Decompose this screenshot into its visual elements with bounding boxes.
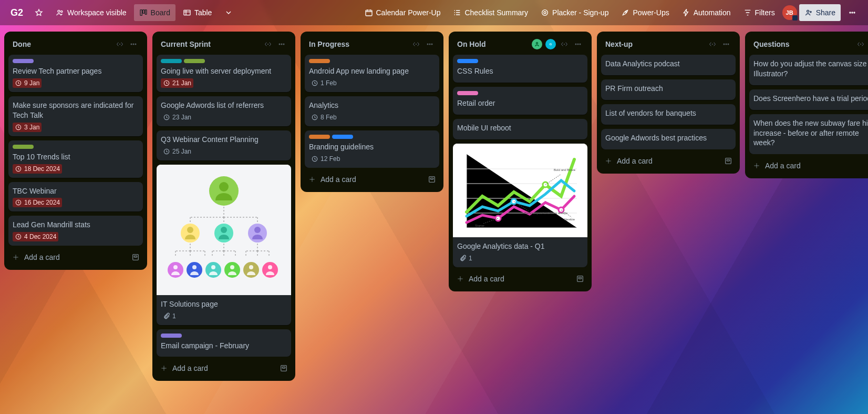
card-label[interactable]	[332, 135, 353, 139]
add-card-button[interactable]: Add a card	[749, 157, 868, 174]
table-view-button[interactable]: Table	[178, 4, 217, 21]
card[interactable]: Does Screenhero have a trial period?	[749, 89, 868, 110]
card-label[interactable]	[13, 59, 34, 63]
share-button[interactable]: Share	[799, 4, 841, 21]
card[interactable]: TBC Webinar16 Dec 2024	[8, 182, 143, 212]
due-date-badge[interactable]: 12 Feb	[309, 154, 342, 164]
due-date-badge[interactable]: 9 Jan	[13, 78, 42, 88]
list-menu-button[interactable]	[127, 38, 140, 51]
list-title[interactable]: Next-up	[605, 40, 704, 48]
checklist-summary-button[interactable]: Checklist Summary	[448, 4, 533, 21]
svg-point-44	[262, 262, 278, 278]
card[interactable]: Q3 Webinar Content Planning25 Jan	[157, 130, 291, 160]
card[interactable]: PR Firm outreach	[601, 79, 736, 100]
list-title[interactable]: Done	[13, 40, 111, 48]
card[interactable]: Going live with server deployment21 Jan	[157, 55, 291, 92]
card-title: Google Adwords best practices	[605, 133, 731, 143]
card-template-button[interactable]	[131, 253, 140, 261]
list-title[interactable]: Current Sprint	[161, 40, 260, 48]
due-date-badge[interactable]: 3 Jan	[13, 123, 42, 132]
add-card-button[interactable]: Add a card	[157, 360, 291, 377]
due-date-badge[interactable]: 21 Jan	[161, 78, 193, 88]
add-card-button[interactable]: Add a card	[453, 270, 587, 287]
list-menu-button[interactable]	[423, 38, 436, 51]
list-cards: How do you adjust the canvas size in Ill…	[749, 55, 868, 154]
card-label[interactable]	[184, 59, 205, 63]
list-title[interactable]: On Hold	[457, 40, 530, 48]
card-label[interactable]	[161, 334, 182, 338]
due-date-badge[interactable]: 8 Feb	[309, 113, 339, 122]
card[interactable]: How do you adjust the canvas size in Ill…	[749, 55, 868, 85]
card[interactable]: Lead Gen Mandrill stats4 Dec 2024	[8, 216, 143, 246]
card[interactable]: Email campaign - February	[157, 329, 291, 357]
list-title[interactable]: Questions	[753, 40, 852, 48]
card[interactable]: Retail order	[453, 87, 587, 115]
card[interactable]: Google Adwords best practices	[601, 129, 736, 149]
workspace-visible-button[interactable]: Workspace visible	[50, 4, 132, 21]
collapse-list-button[interactable]	[558, 38, 571, 51]
clock-icon	[15, 165, 22, 173]
card[interactable]: Review Tech partner pages9 Jan	[8, 55, 143, 92]
due-date-badge[interactable]: 4 Dec 2024	[13, 232, 58, 241]
card[interactable]: Bold and Brave Balance your ambitions al…	[453, 144, 587, 267]
card-label[interactable]	[161, 59, 182, 63]
extension-chip[interactable]	[532, 39, 542, 49]
collapse-list-button[interactable]	[854, 38, 867, 51]
list-menu-button[interactable]	[275, 38, 288, 51]
svg-point-47	[211, 265, 215, 269]
card[interactable]: When does the new subway fare hike incre…	[749, 114, 868, 155]
add-card-button[interactable]: Add a card	[8, 249, 143, 266]
placker-button[interactable]: Placker - Sign-up	[535, 4, 614, 21]
card-label[interactable]	[13, 145, 34, 149]
add-card-button[interactable]: Add a card	[601, 153, 736, 169]
powerups-button[interactable]: Power-Ups	[616, 4, 674, 21]
card[interactable]: Top 10 Trends list18 Dec 2024	[8, 140, 143, 178]
card[interactable]: Data Analytics podcast	[601, 55, 736, 75]
extension-chip[interactable]: G	[545, 39, 556, 49]
board-view-button[interactable]: Board	[134, 4, 175, 21]
automation-button[interactable]: Automation	[677, 4, 736, 21]
collapse-list-button[interactable]	[706, 38, 719, 51]
card-template-button[interactable]	[280, 364, 288, 372]
card-template-button[interactable]	[428, 175, 436, 184]
plus-icon	[752, 161, 761, 170]
filters-button[interactable]: Filters	[738, 4, 780, 21]
card[interactable]: Android App new landing page1 Feb	[305, 55, 439, 92]
card[interactable]: Mobile UI reboot	[453, 119, 587, 139]
list-menu-button[interactable]	[720, 38, 732, 51]
card[interactable]: Google Adwords list of referrers23 Jan	[157, 96, 291, 126]
card[interactable]: IT Solutions page1	[157, 165, 291, 325]
chevron-down-icon	[224, 8, 233, 17]
calendar-powerup-button[interactable]: Calendar Power-Up	[359, 4, 446, 21]
card-label[interactable]	[457, 59, 478, 63]
collapse-list-button[interactable]	[262, 38, 274, 51]
plus-icon	[456, 275, 464, 283]
list-menu-button[interactable]	[572, 38, 584, 51]
view-switcher-button[interactable]	[219, 4, 238, 21]
card-template-button[interactable]	[724, 157, 732, 165]
board-title[interactable]: G2	[6, 5, 27, 21]
due-date-badge[interactable]: 16 Dec 2024	[13, 198, 62, 207]
due-date-badge[interactable]: 1 Feb	[309, 78, 339, 88]
due-date-badge[interactable]: 23 Jan	[161, 113, 193, 122]
collapse-list-button[interactable]	[410, 38, 422, 51]
star-button[interactable]	[29, 4, 48, 21]
card[interactable]: Analytics8 Feb	[305, 96, 439, 126]
board-canvas[interactable]: DoneReview Tech partner pages9 JanMake s…	[0, 25, 868, 414]
collapse-list-button[interactable]	[113, 38, 126, 51]
board-menu-button[interactable]	[843, 4, 862, 21]
card-label[interactable]	[309, 59, 330, 63]
paperclip-icon	[163, 312, 170, 320]
card-label[interactable]	[457, 91, 478, 95]
card[interactable]: List of vendors for banquets	[601, 104, 736, 125]
due-date-badge[interactable]: 18 Dec 2024	[13, 164, 62, 174]
card[interactable]: Make sure sponsors are indicated for Tec…	[8, 96, 143, 136]
due-date-badge[interactable]: 25 Jan	[161, 147, 193, 156]
card-template-button[interactable]	[576, 275, 584, 283]
card[interactable]: Branding guidelines12 Feb	[305, 130, 439, 168]
list-title[interactable]: In Progress	[309, 40, 408, 48]
member-avatar[interactable]: JB	[782, 5, 797, 20]
card-label[interactable]	[309, 135, 330, 139]
card[interactable]: CSS Rules	[453, 55, 587, 83]
add-card-button[interactable]: Add a card	[305, 171, 439, 188]
